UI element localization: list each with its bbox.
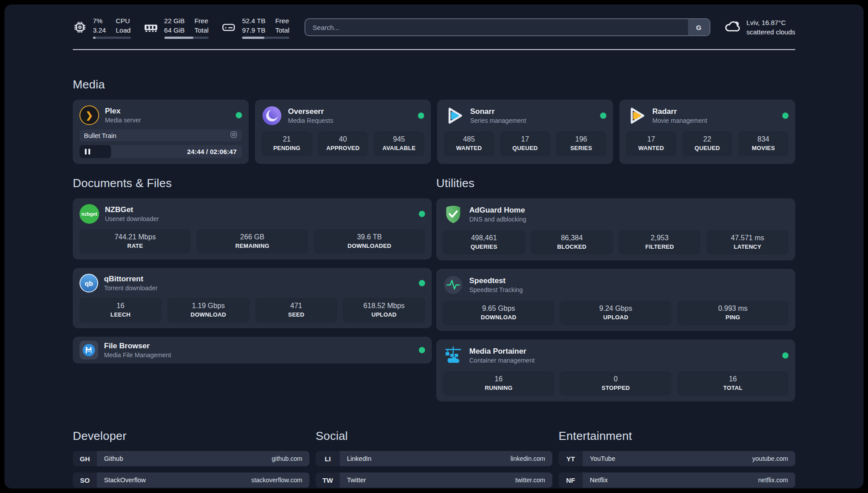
stat-queries: 498,461 QUERIES bbox=[443, 230, 525, 255]
plex-icon: ❯ bbox=[79, 105, 99, 125]
app-subtitle: Series management bbox=[470, 117, 526, 125]
stat-available: 945 AVAILABLE bbox=[374, 131, 424, 156]
weather-location-temp: Lviv, 16.87°C bbox=[747, 18, 795, 27]
playback-progress-bar: 24:44 / 02:06:47 bbox=[79, 145, 242, 158]
ram-progress-bar bbox=[164, 37, 209, 39]
search-bar: G bbox=[305, 18, 710, 36]
app-card-qbittorrent[interactable]: qb qBittorrent Torrent downloader 16 LEE… bbox=[73, 268, 432, 328]
status-dot bbox=[782, 113, 789, 119]
playback-time: 24:44 / 02:06:47 bbox=[187, 148, 242, 155]
bookmark-linkedin[interactable]: LI LinkedIn linkedin.com bbox=[316, 451, 552, 466]
app-card-adguard[interactable]: AdGuard Home DNS and adblocking 498,461 … bbox=[436, 198, 795, 260]
stat-wanted: 17 WANTED bbox=[626, 131, 676, 156]
app-name: File Browser bbox=[104, 341, 171, 351]
stat-rate: 744.21 Mbps RATE bbox=[79, 229, 191, 254]
ram-free-label: Free bbox=[194, 16, 209, 25]
bookmark-netflix[interactable]: NF Netflix netflix.com bbox=[559, 472, 795, 488]
cpu-progress-bar bbox=[93, 37, 131, 39]
app-name: AdGuard Home bbox=[469, 205, 526, 215]
stat-pending: 21 PENDING bbox=[262, 131, 312, 156]
top-bar: 7% 3.24 CPU Load bbox=[73, 15, 795, 39]
bookmark-github[interactable]: GH Github github.com bbox=[73, 451, 309, 466]
column-documents: Documents & Files nzbget NZBGet Usenet d… bbox=[73, 164, 432, 363]
system-stats: 7% 3.24 CPU Load bbox=[73, 16, 289, 39]
bookmark-abbr: GH bbox=[73, 451, 97, 466]
stat-filtered: 2,953 FILTERED bbox=[619, 230, 701, 255]
bookmark-url: youtube.com bbox=[752, 455, 788, 462]
bookmark-url: github.com bbox=[272, 455, 302, 462]
header-divider bbox=[73, 49, 795, 50]
disk-progress-bar bbox=[242, 37, 289, 39]
stat-leech: 16 LEECH bbox=[79, 298, 162, 322]
app-card-overseerr[interactable]: Overseerr Media Requests 21 PENDING 40 A… bbox=[255, 100, 431, 164]
bookmark-abbr: NF bbox=[559, 472, 583, 488]
memory-widget: 22 GiB 64 GiB Free Total bbox=[143, 16, 209, 39]
bookmark-name: StackOverflow bbox=[104, 476, 251, 484]
app-name: Speedtest bbox=[469, 276, 523, 286]
status-dot bbox=[419, 211, 425, 217]
cloud-icon bbox=[724, 18, 741, 37]
app-card-radarr[interactable]: Radarr Movie management 17 WANTED 22 QUE… bbox=[619, 100, 795, 164]
status-dot bbox=[600, 113, 606, 119]
bookmark-name: Twitter bbox=[347, 476, 515, 484]
bookmark-abbr: TW bbox=[316, 472, 340, 488]
portainer-crane-icon bbox=[443, 345, 463, 366]
adguard-shield-icon bbox=[443, 204, 463, 225]
status-dot bbox=[236, 112, 242, 118]
ram-total-value: 64 GiB bbox=[164, 25, 185, 35]
app-subtitle: DNS and adblocking bbox=[469, 215, 526, 224]
weather-widget: Lviv, 16.87°C scattered clouds bbox=[724, 18, 795, 37]
stat-stopped: 0 STOPPED bbox=[560, 371, 671, 396]
disk-total-label: Total bbox=[275, 25, 289, 35]
disk-widget: 52.4 TB 97.9 TB Free Total bbox=[221, 16, 289, 39]
app-card-sonarr[interactable]: Sonarr Series management 485 WANTED 17 Q… bbox=[437, 100, 613, 164]
stat-total: 16 TOTAL bbox=[677, 371, 789, 396]
overseerr-icon bbox=[262, 105, 282, 126]
app-card-nzbget[interactable]: nzbget NZBGet Usenet downloader 744.21 M… bbox=[73, 198, 432, 259]
plex-now-playing-widget: Bullet Train 24:44 / 02:06:47 bbox=[79, 130, 242, 158]
section-title-media: Media bbox=[73, 78, 795, 92]
stat-approved: 40 APPROVED bbox=[318, 131, 368, 156]
sonarr-icon bbox=[444, 105, 464, 126]
bookmark-abbr: SO bbox=[73, 472, 97, 488]
hard-drive-icon bbox=[221, 20, 236, 35]
qbittorrent-icon: qb bbox=[79, 274, 98, 292]
app-name: NZBGet bbox=[105, 205, 159, 215]
cpu-load-label: Load bbox=[116, 25, 130, 35]
stat-queued: 17 QUEUED bbox=[500, 131, 551, 156]
stat-upload: 9.24 Gbps UPLOAD bbox=[560, 301, 671, 325]
ram-icon bbox=[143, 20, 159, 35]
status-dot bbox=[782, 352, 789, 359]
app-card-filebrowser[interactable]: File Browser Media File Management bbox=[73, 337, 432, 363]
bookmark-stackoverflow[interactable]: SO StackOverflow stackoverflow.com bbox=[73, 472, 309, 488]
stat-queued: 22 QUEUED bbox=[682, 131, 733, 156]
stat-download: 1.19 Gbps DOWNLOAD bbox=[167, 298, 250, 322]
section-title-entertainment: Entertainment bbox=[559, 429, 795, 443]
status-dot bbox=[419, 347, 425, 353]
nzbget-icon: nzbget bbox=[79, 204, 99, 224]
bookmark-name: Github bbox=[104, 455, 272, 462]
bookmark-abbr: LI bbox=[316, 451, 340, 466]
bookmark-youtube[interactable]: YT YouTube youtube.com bbox=[559, 451, 795, 466]
disk-free-label: Free bbox=[275, 16, 289, 25]
filebrowser-icon bbox=[79, 341, 98, 359]
bookmark-twitter[interactable]: TW Twitter twitter.com bbox=[316, 472, 552, 488]
section-title-utilities: Utilities bbox=[436, 176, 795, 190]
session-camera-icon bbox=[230, 131, 238, 140]
app-card-speedtest[interactable]: Speedtest Speedtest Tracking 9.65 Gbps D… bbox=[436, 269, 795, 331]
bookmark-url: twitter.com bbox=[515, 476, 545, 484]
bookmark-name: YouTube bbox=[590, 455, 752, 462]
app-name: Radarr bbox=[652, 107, 707, 117]
app-name: Plex bbox=[105, 106, 141, 116]
app-card-plex[interactable]: ❯ Plex Media server Bullet Train bbox=[73, 100, 249, 164]
search-engine-button[interactable]: G bbox=[688, 19, 709, 35]
cpu-usage-value: 7% bbox=[93, 16, 106, 25]
cpu-load-value: 3.24 bbox=[93, 25, 106, 35]
app-card-portainer[interactable]: Media Portainer Container management 16 … bbox=[436, 339, 795, 401]
search-input[interactable] bbox=[305, 19, 688, 35]
bookmark-url: linkedin.com bbox=[510, 455, 545, 462]
bookmark-url: netflix.com bbox=[758, 476, 788, 484]
stat-upload: 618.52 Mbps UPLOAD bbox=[343, 298, 425, 322]
dashboard: 7% 3.24 CPU Load bbox=[4, 4, 864, 489]
ram-total-label: Total bbox=[194, 25, 209, 35]
